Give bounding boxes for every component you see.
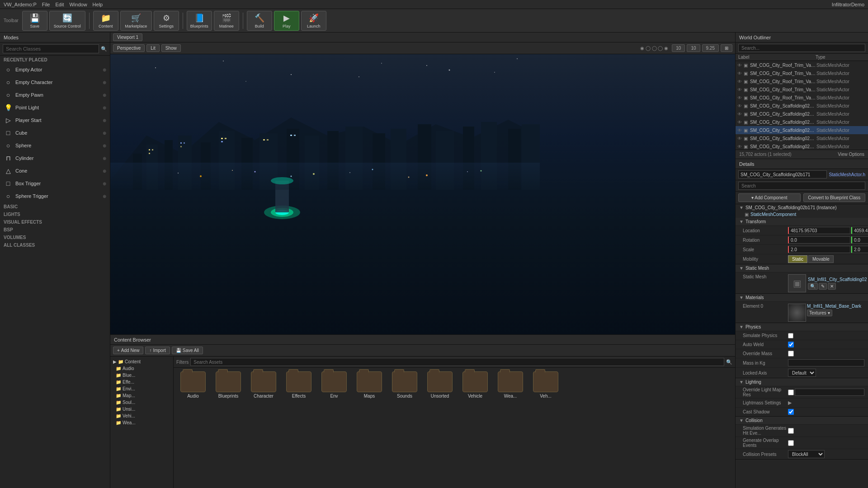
outliner-row-7[interactable]: 👁 ▣ SM_COG_City_Scaffolding02b170 Static… xyxy=(736,118,868,126)
scale-y-input[interactable] xyxy=(851,246,868,253)
place-item-sphere[interactable]: ○ Sphere ⊕ xyxy=(0,139,110,152)
show-button[interactable]: Show xyxy=(161,44,181,52)
launch-button[interactable]: 🚀 Launch xyxy=(301,11,326,31)
details-search-input[interactable] xyxy=(738,182,865,190)
place-item-empty-pawn[interactable]: ○ Empty Pawn ⊕ xyxy=(0,89,110,101)
view-options-button[interactable]: View Options xyxy=(838,152,864,157)
folder-env[interactable]: Env xyxy=(318,371,350,399)
outliner-row-2[interactable]: 👁 ▣ SM_COG_City_Roof_Trim_VarB_Middle457… xyxy=(736,77,868,85)
lit-button[interactable]: Lit xyxy=(146,44,160,52)
mass-input[interactable] xyxy=(788,359,864,366)
tree-item-unsorted[interactable]: 📁 Unsi... xyxy=(110,406,173,413)
outliner-search-input[interactable] xyxy=(738,44,865,52)
menu-window[interactable]: Window xyxy=(69,2,87,7)
auto-weld-checkbox[interactable] xyxy=(788,342,794,347)
place-item-box-trigger[interactable]: □ Box Trigger ⊕ xyxy=(0,177,110,190)
source-control-button[interactable]: 🔄 Source Control xyxy=(49,11,85,31)
rotation-x-input[interactable] xyxy=(788,236,850,244)
tree-item-audio[interactable]: 📁 Audio xyxy=(110,365,173,372)
cast-shadow-checkbox[interactable] xyxy=(788,409,794,415)
folder-character[interactable]: Character xyxy=(248,371,279,399)
folder-vehicle[interactable]: Vehicle xyxy=(459,371,491,399)
build-button[interactable]: 🔨 Build xyxy=(247,11,272,31)
marketplace-button[interactable]: 🛒 Marketplace xyxy=(120,11,152,31)
generate-overlap-checkbox[interactable] xyxy=(788,440,794,446)
place-item-cylinder[interactable]: ⊓ Cylinder ⊕ xyxy=(0,152,110,164)
simulate-physics-checkbox[interactable] xyxy=(788,333,793,338)
sim-generates-checkbox[interactable] xyxy=(788,428,794,434)
override-mass-checkbox[interactable] xyxy=(788,351,794,357)
outliner-row-3[interactable]: 👁 ▣ SM_COG_City_Roof_Trim_VarB_Middle458… xyxy=(736,85,868,94)
transform-header[interactable]: ▼ Transform xyxy=(736,218,868,225)
folder-sounds[interactable]: Sounds xyxy=(389,371,420,399)
rotation-y-input[interactable] xyxy=(851,236,868,244)
tree-item-effects[interactable]: 📁 Effe... xyxy=(110,379,173,385)
lighting-header[interactable]: ▼ Lighting xyxy=(736,378,868,386)
details-object-name-input[interactable] xyxy=(738,170,827,178)
instance-row[interactable]: ▼ SM_COG_City_Scaffolding02b171 (Instanc… xyxy=(736,204,868,211)
menu-file[interactable]: File xyxy=(42,2,50,7)
place-item-cone[interactable]: △ Cone ⊕ xyxy=(0,164,110,177)
place-item-empty-character[interactable]: ○ Empty Character ⊕ xyxy=(0,76,110,89)
folder-audio[interactable]: Audio xyxy=(177,371,209,399)
place-item-empty-actor[interactable]: ○ Empty Actor ⊕ xyxy=(0,63,110,76)
static-mobility-button[interactable]: Static xyxy=(788,255,807,263)
outliner-row-8-selected[interactable]: 👁 ▣ SM_COG_City_Scaffolding02b171 Static… xyxy=(736,126,868,134)
add-component-button[interactable]: ▾ Add Component xyxy=(738,193,801,202)
folder-veh2[interactable]: Veh... xyxy=(530,371,561,399)
outliner-row-4[interactable]: 👁 ▣ SM_COG_City_Roof_Trim_VarB_Middle459… xyxy=(736,94,868,102)
viewport-canvas[interactable] xyxy=(110,54,735,334)
textures-button[interactable]: Textures ▾ xyxy=(807,310,832,316)
location-y-input[interactable] xyxy=(851,227,868,234)
menu-edit[interactable]: Edit xyxy=(55,2,64,7)
override-lightmap-checkbox[interactable] xyxy=(788,389,794,395)
import-button[interactable]: ↑ Import xyxy=(145,347,170,354)
outliner-row-5[interactable]: 👁 ▣ SM_COG_City_Scaffolding02b168 Static… xyxy=(736,102,868,110)
convert-blueprint-button[interactable]: Convert to Blueprint Class xyxy=(803,193,866,202)
materials-header[interactable]: ▼ Materials xyxy=(736,294,868,301)
blueprints-button[interactable]: 📘 Blueprints xyxy=(187,11,212,31)
outliner-row-10[interactable]: 👁 ▣ SM_COG_City_Scaffolding02b173 Static… xyxy=(736,142,868,150)
viewport-controls[interactable]: ⊞ xyxy=(721,44,732,52)
folder-effects[interactable]: Effects xyxy=(283,371,315,399)
folder-unsorted[interactable]: Unsorted xyxy=(424,371,456,399)
save-button[interactable]: 💾 Save xyxy=(22,11,47,31)
place-item-cube[interactable]: □ Cube ⊕ xyxy=(0,127,110,139)
add-new-button[interactable]: + Add New xyxy=(113,347,143,354)
matinee-button[interactable]: 🎬 Matinee xyxy=(214,11,239,31)
tree-item-soul[interactable]: 📁 Soul... xyxy=(110,399,173,406)
outliner-row-9[interactable]: 👁 ▣ SM_COG_City_Scaffolding02b172 Static… xyxy=(736,134,868,142)
content-button[interactable]: 📁 Content xyxy=(93,11,118,31)
location-x-input[interactable] xyxy=(788,227,850,234)
scale-x-input[interactable] xyxy=(788,246,850,253)
collision-header[interactable]: ▼ Collision xyxy=(736,417,868,424)
save-all-button[interactable]: 💾 Save All xyxy=(172,347,203,354)
viewport-tab[interactable]: Viewport 1 xyxy=(113,33,142,41)
tree-item-maps[interactable]: 📁 Map... xyxy=(110,392,173,399)
tree-item-vehicles[interactable]: 📁 Vehi... xyxy=(110,413,173,419)
static-mesh-component-row[interactable]: ▣ StaticMeshComponent xyxy=(736,211,868,218)
edit-mesh-button[interactable]: ✎ xyxy=(819,283,827,290)
clear-mesh-button[interactable]: ✕ xyxy=(828,283,836,290)
tree-item-env[interactable]: 📁 Envi... xyxy=(110,385,173,392)
search-assets-input[interactable] xyxy=(190,358,724,366)
folder-maps[interactable]: Maps xyxy=(354,371,385,399)
perspective-button[interactable]: Perspective xyxy=(113,44,145,52)
place-item-point-light[interactable]: 💡 Point Light ⊕ xyxy=(0,101,110,114)
settings-button[interactable]: ⚙ Settings xyxy=(154,11,179,31)
browse-mesh-button[interactable]: 🔍 xyxy=(808,283,818,290)
physics-header[interactable]: ▼ Physics xyxy=(736,323,868,331)
lightmap-res-input[interactable] xyxy=(795,389,864,396)
tree-item-blueprints[interactable]: 📁 Blue... xyxy=(110,372,173,379)
collision-presets-dropdown[interactable]: BlockAll NoCollision OverlapAll xyxy=(788,450,825,458)
outliner-row-6[interactable]: 👁 ▣ SM_COG_City_Scaffolding02b169 Static… xyxy=(736,110,868,118)
locked-axis-dropdown[interactable]: Default X Y Z xyxy=(788,369,816,377)
expand-lightmass-icon[interactable]: ▶ xyxy=(788,400,792,406)
play-button[interactable]: ▶ Play xyxy=(274,11,299,31)
folder-wea[interactable]: Wea... xyxy=(495,371,526,399)
search-classes-input[interactable] xyxy=(3,44,99,53)
movable-mobility-button[interactable]: Movable xyxy=(808,255,834,263)
menu-help[interactable]: Help xyxy=(93,2,103,7)
static-mesh-header[interactable]: ▼ Static Mesh xyxy=(736,264,868,272)
folder-blueprints[interactable]: Blueprints xyxy=(212,371,244,399)
